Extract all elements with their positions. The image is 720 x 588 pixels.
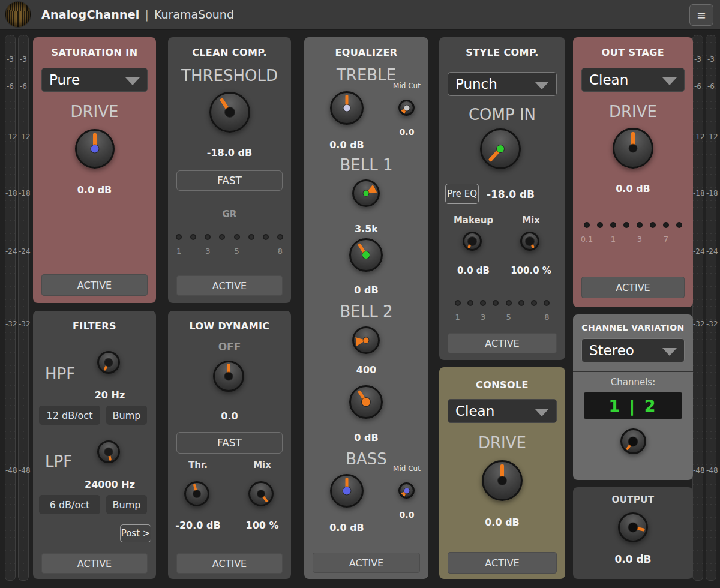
lpf-value: 24000 Hz — [74, 479, 146, 490]
clean-comp-fast-button[interactable]: FAST — [176, 170, 283, 191]
midcut2-label: Mid Cut — [389, 464, 425, 473]
chevron-down-icon — [662, 348, 677, 356]
style-mix-knob[interactable] — [520, 232, 539, 251]
thr-value: -20.0 dB — [168, 520, 228, 531]
panel-title: EQUALIZER — [304, 37, 428, 58]
chevron-down-icon — [535, 409, 549, 416]
dropdown-value: Stereo — [589, 343, 634, 358]
channel-variation-dropdown[interactable]: Stereo — [581, 338, 685, 362]
threshold-value: -18.0 dB — [168, 147, 291, 158]
comp-in-value: -18.0 dB — [478, 188, 544, 200]
dropdown-value: Clean — [589, 72, 628, 88]
brand-separator: | — [145, 8, 149, 21]
clean-comp-active-button[interactable]: ACTIVE — [176, 275, 283, 296]
out-stage-dropdown[interactable]: Clean — [581, 68, 685, 92]
makeup-value: 0.0 dB — [443, 265, 503, 276]
output-meter-right-1: -3-6-12-18-24-32-48 — [692, 35, 703, 581]
mix-label: Mix — [507, 215, 555, 226]
panel-equalizer: EQUALIZER TREBLE Mid Cut 0.0 0.0 dB BELL… — [304, 37, 428, 579]
output-gain-knob[interactable] — [618, 512, 648, 542]
out-stage-active-button[interactable]: ACTIVE — [581, 277, 685, 298]
treble-midcut-knob[interactable] — [398, 100, 415, 116]
panel-channel-variation: CHANNEL VARIATION Stereo Channels: 1 | 2 — [573, 314, 693, 480]
bell1-label: BELL 1 — [304, 156, 428, 174]
bell2-gain-value: 0 dB — [304, 432, 428, 443]
input-meter-left-1: -3-6-12-18-24-32-48 — [5, 35, 16, 581]
chevron-down-icon — [662, 77, 677, 85]
style-comp-active-button[interactable]: ACTIVE — [448, 333, 557, 353]
channels-display: 1 | 2 — [584, 392, 682, 419]
pre-eq-button[interactable]: Pre EQ — [445, 184, 479, 204]
lpf-bump-button[interactable]: Bump — [106, 495, 147, 514]
output-value: 0.0 dB — [573, 553, 693, 565]
drive-value: 0.0 dB — [33, 184, 156, 196]
lpf-slope-button[interactable]: 6 dB/oct — [39, 495, 100, 514]
hamburger-icon: ≡ — [697, 8, 706, 22]
panel-title: OUTPUT — [573, 487, 693, 505]
bass-gain-knob[interactable] — [330, 474, 364, 508]
chevron-down-icon — [125, 77, 140, 85]
bass-value: 0.0 dB — [317, 522, 377, 533]
bell2-gain-knob[interactable] — [349, 385, 383, 419]
saturation-type-dropdown[interactable]: Pure — [41, 68, 148, 92]
filters-active-button[interactable]: ACTIVE — [41, 553, 148, 574]
equalizer-active-button[interactable]: ACTIVE — [313, 553, 420, 573]
lpf-freq-knob[interactable] — [97, 440, 120, 463]
console-type-dropdown[interactable]: Clean — [448, 399, 557, 423]
treble-value: 0.0 dB — [317, 139, 377, 151]
clean-comp-threshold-knob[interactable] — [209, 92, 250, 133]
menu-button[interactable]: ≡ — [689, 4, 713, 26]
panel-console: CONSOLE Clean DRIVE 0.0 dB ACTIVE — [439, 367, 565, 579]
output-meter-right-2: -3-6-12-18-24-32-48 — [706, 35, 716, 581]
midcut-value: 0.0 — [389, 127, 425, 137]
dropdown-value: Clean — [455, 403, 494, 419]
panel-title: CHANNEL VARIATION — [573, 314, 693, 332]
drive-label: DRIVE — [439, 434, 565, 452]
hpf-bump-button[interactable]: Bump — [106, 406, 147, 425]
low-dynamic-fast-button[interactable]: FAST — [176, 432, 283, 454]
drive-value: 0.0 dB — [439, 517, 565, 528]
panel-title: CONSOLE — [439, 367, 565, 391]
thr-label: Thr. — [174, 460, 222, 470]
style-comp-dropdown[interactable]: Punch — [448, 72, 557, 96]
filters-post-button[interactable]: Post > — [120, 524, 151, 542]
lpf-label: LPF — [45, 452, 72, 470]
bell1-gain-value: 0 dB — [304, 284, 428, 296]
makeup-knob[interactable] — [463, 232, 482, 251]
low-dynamic-active-button[interactable]: ACTIVE — [176, 553, 283, 574]
bell1-freq-knob[interactable] — [352, 179, 380, 207]
midcut2-value: 0.0 — [389, 510, 425, 520]
brand-name: AnalogChannel — [41, 8, 140, 21]
mix-value: 100.0 % — [501, 265, 561, 276]
treble-gain-knob[interactable] — [330, 91, 364, 125]
product-name: KuramaSound — [154, 8, 234, 21]
low-dynamic-main-knob[interactable] — [213, 361, 244, 392]
hpf-slope-button[interactable]: 12 dB/oct — [39, 406, 100, 425]
hpf-label: HPF — [45, 365, 75, 383]
drive-label: DRIVE — [573, 103, 693, 121]
mix-label: Mix — [238, 460, 286, 470]
bell2-freq-value: 400 — [304, 364, 428, 376]
hpf-freq-knob[interactable] — [97, 351, 120, 374]
panel-title: CLEAN COMP. — [168, 37, 291, 58]
comp-in-knob[interactable] — [480, 128, 521, 169]
low-dynamic-mix-knob[interactable] — [248, 481, 274, 506]
panel-clean-comp: CLEAN COMP. THRESHOLD -18.0 dB FAST GR 1… — [168, 37, 291, 303]
bass-midcut-knob[interactable] — [398, 482, 415, 499]
channel-variation-knob[interactable] — [620, 428, 646, 454]
panel-title: SATURATION IN — [33, 37, 156, 58]
out-stage-drive-knob[interactable] — [613, 128, 653, 169]
console-active-button[interactable]: ACTIVE — [448, 552, 557, 574]
saturation-active-button[interactable]: ACTIVE — [41, 274, 148, 296]
mode-label: OFF — [168, 341, 291, 353]
bell1-gain-knob[interactable] — [349, 238, 383, 272]
drive-label: DRIVE — [33, 103, 156, 121]
low-dynamic-threshold-knob[interactable] — [184, 481, 209, 506]
console-drive-knob[interactable] — [482, 460, 523, 501]
panel-saturation-in: SATURATION IN Pure DRIVE 0.0 dB ACTIVE — [33, 37, 156, 303]
panel-output: OUTPUT 0.0 dB — [573, 487, 693, 579]
bell2-freq-knob[interactable] — [352, 326, 380, 354]
saturation-drive-knob[interactable] — [75, 129, 115, 169]
panel-title: FILTERS — [33, 311, 156, 332]
out-stage-dots: 0.1137 — [573, 221, 693, 244]
